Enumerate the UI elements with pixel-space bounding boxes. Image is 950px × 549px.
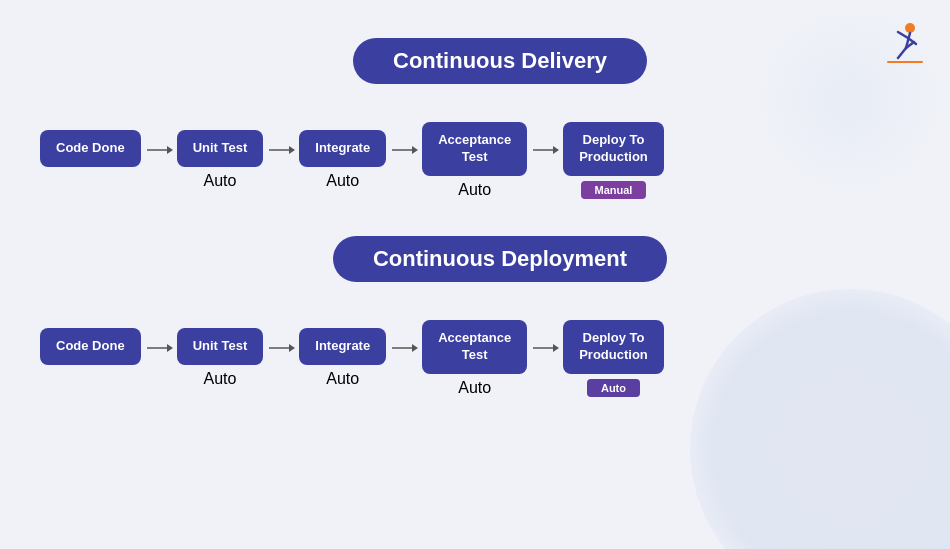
step-sublabel-unit-test-2: Auto (203, 369, 236, 389)
step-wrap-integrate-1: Integrate Auto (299, 130, 386, 191)
step-sublabel-integrate-2: Auto (326, 369, 359, 389)
svg-marker-22 (553, 344, 559, 352)
delivery-title: Continuous Delivery (353, 38, 647, 84)
integrate-2-label: Auto (326, 370, 359, 388)
step-wrap-integrate-2: Integrate Auto (299, 328, 386, 389)
arrow-2-1 (145, 340, 173, 356)
unit-test-1-label: Auto (203, 172, 236, 190)
arrow-2-3 (390, 340, 418, 356)
arrow-1-4 (531, 142, 559, 158)
step-sublabel-acceptance-1: Auto (458, 180, 491, 200)
svg-marker-14 (553, 146, 559, 154)
svg-marker-10 (289, 146, 295, 154)
step-sublabel-unit-test-1: Auto (203, 171, 236, 191)
acceptance-1-label: Auto (458, 181, 491, 199)
acceptance-2-label: Auto (458, 379, 491, 397)
step-wrap-unit-test-1: Unit Test Auto (177, 130, 264, 191)
arrow-2-2 (267, 340, 295, 356)
manual-badge: Manual (581, 181, 647, 199)
logo (878, 18, 928, 68)
step-wrap-unit-test-2: Unit Test Auto (177, 328, 264, 389)
step-wrap-code-done-1: Code Done (40, 130, 141, 191)
integrate-1-label: Auto (326, 172, 359, 190)
step-acceptance-2: AcceptanceTest (422, 320, 527, 374)
svg-marker-20 (412, 344, 418, 352)
unit-test-2-label: Auto (203, 370, 236, 388)
step-code-done-2: Code Done (40, 328, 141, 365)
svg-line-4 (898, 48, 906, 58)
deployment-pipeline: Code Done Unit Test Auto Integrate Auto (40, 320, 920, 398)
svg-line-2 (898, 32, 908, 38)
delivery-pipeline: Code Done Unit Test Auto Integrate Auto (40, 122, 920, 200)
auto-badge: Auto (587, 379, 640, 397)
arrow-2-4 (531, 340, 559, 356)
step-sublabel-deploy-1: Manual (581, 180, 647, 200)
step-unit-test-1: Unit Test (177, 130, 264, 167)
step-wrap-deploy-1: Deploy ToProduction Manual (563, 122, 664, 200)
step-integrate-1: Integrate (299, 130, 386, 167)
step-unit-test-2: Unit Test (177, 328, 264, 365)
step-deploy-2: Deploy ToProduction (563, 320, 664, 374)
step-wrap-acceptance-1: AcceptanceTest Auto (422, 122, 527, 200)
step-sublabel-deploy-2: Auto (587, 378, 640, 398)
step-code-done-1: Code Done (40, 130, 141, 167)
svg-marker-8 (167, 146, 173, 154)
arrow-1-3 (390, 142, 418, 158)
step-acceptance-1: AcceptanceTest (422, 122, 527, 176)
step-wrap-acceptance-2: AcceptanceTest Auto (422, 320, 527, 398)
svg-marker-18 (289, 344, 295, 352)
svg-point-0 (905, 23, 915, 33)
step-sublabel-acceptance-2: Auto (458, 378, 491, 398)
svg-marker-16 (167, 344, 173, 352)
step-sublabel-integrate-1: Auto (326, 171, 359, 191)
deployment-title: Continuous Deployment (333, 236, 667, 282)
step-wrap-code-done-2: Code Done (40, 328, 141, 389)
arrow-1-2 (267, 142, 295, 158)
arrow-1-1 (145, 142, 173, 158)
delivery-section: Continuous Delivery Code Done Unit Test … (0, 20, 950, 200)
step-wrap-deploy-2: Deploy ToProduction Auto (563, 320, 664, 398)
step-integrate-2: Integrate (299, 328, 386, 365)
svg-marker-12 (412, 146, 418, 154)
step-deploy-1: Deploy ToProduction (563, 122, 664, 176)
deployment-section: Continuous Deployment Code Done Unit Tes… (0, 218, 950, 398)
